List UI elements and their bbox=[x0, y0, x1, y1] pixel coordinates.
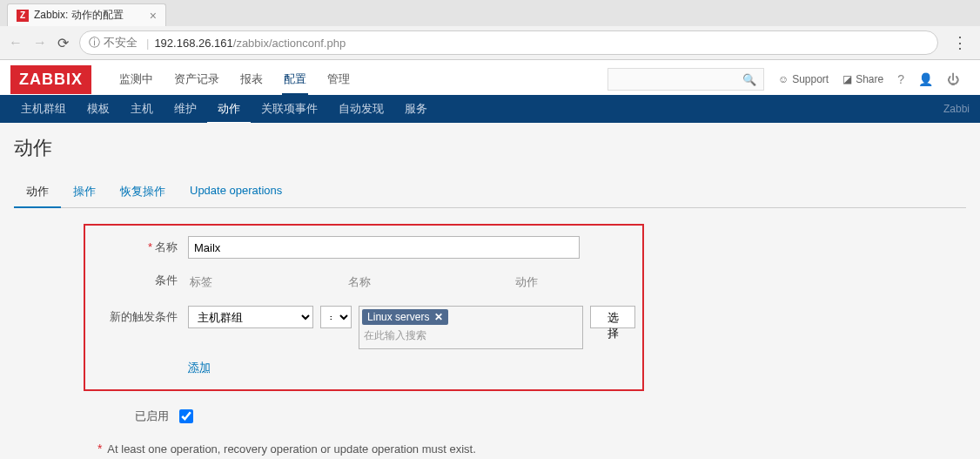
enabled-checkbox[interactable] bbox=[179, 409, 193, 423]
app-header: ZABBIX 监测中 资产记录 报表 配置 管理 🔍 ☺ Support ◪ S… bbox=[0, 60, 980, 95]
subnav-services[interactable]: 服务 bbox=[394, 94, 438, 124]
cond-col-name: 名称 bbox=[348, 271, 513, 294]
share-link[interactable]: ◪ Share bbox=[842, 73, 883, 85]
search-icon: 🔍 bbox=[742, 73, 756, 86]
subnav-hostgroups[interactable]: 主机群组 bbox=[10, 94, 77, 124]
subnav-actions[interactable]: 动作 bbox=[207, 94, 251, 124]
subnav-maintenance[interactable]: 维护 bbox=[164, 94, 207, 124]
condition-type-select[interactable]: 主机群组 bbox=[188, 306, 313, 328]
newtrigger-label: 新的触发条件 bbox=[92, 306, 188, 325]
validation-note: * At least one operation, recovery opera… bbox=[97, 442, 966, 456]
subnav-templates[interactable]: 模板 bbox=[77, 94, 120, 124]
page-title: 动作 bbox=[14, 135, 966, 161]
subnav-correlation[interactable]: 关联项事件 bbox=[251, 94, 328, 124]
hostgroup-multiselect[interactable]: Linux servers ✕ 在此输入搜索 bbox=[359, 306, 583, 349]
menu-monitoring[interactable]: 监测中 bbox=[109, 63, 164, 96]
form-below: 已启用 * At least one operation, recovery o… bbox=[84, 403, 966, 459]
config-tabs: 动作 操作 恢复操作 Update operations bbox=[14, 177, 966, 208]
zabbix-favicon: Z bbox=[17, 10, 29, 22]
tag-remove-icon[interactable]: ✕ bbox=[434, 311, 443, 323]
reload-icon[interactable]: ⟳ bbox=[57, 35, 69, 51]
forward-icon[interactable]: → bbox=[33, 35, 47, 51]
top-menu: 监测中 资产记录 报表 配置 管理 bbox=[109, 63, 607, 96]
highlighted-form: *名称 条件 标签 名称 动作 新的触发条件 bbox=[84, 224, 644, 391]
tag-chip: Linux servers ✕ bbox=[362, 309, 448, 325]
browser-chrome: Z Zabbix: 动作的配置 × ← → ⟳ 不安全 | 192.168.26… bbox=[0, 0, 980, 60]
subnav-discovery[interactable]: 自动发现 bbox=[328, 94, 394, 124]
subnav-right-text: Zabbi bbox=[943, 103, 970, 115]
close-icon[interactable]: × bbox=[150, 9, 157, 23]
menu-configuration[interactable]: 配置 bbox=[273, 63, 317, 96]
back-icon[interactable]: ← bbox=[9, 35, 23, 51]
select-button[interactable]: 选择 bbox=[590, 306, 635, 328]
address-bar: ← → ⟳ 不安全 | 192.168.26.161/zabbix/action… bbox=[0, 26, 980, 59]
header-right: 🔍 ☺ Support ◪ Share ? 👤 ⏻ bbox=[607, 68, 970, 91]
zabbix-logo[interactable]: ZABBIX bbox=[10, 65, 91, 94]
menu-reports[interactable]: 报表 bbox=[230, 63, 273, 96]
condition-op-select[interactable]: = bbox=[320, 306, 352, 328]
power-icon[interactable]: ⏻ bbox=[947, 72, 959, 86]
subnav-hosts[interactable]: 主机 bbox=[120, 94, 164, 124]
page-content: 动作 动作 操作 恢复操作 Update operations *名称 条件 标… bbox=[0, 123, 980, 459]
search-input[interactable]: 🔍 bbox=[607, 68, 764, 91]
browser-tab[interactable]: Z Zabbix: 动作的配置 × bbox=[7, 3, 166, 26]
menu-icon[interactable]: ⋮ bbox=[949, 33, 971, 52]
tab-action[interactable]: 动作 bbox=[14, 177, 61, 208]
url-box[interactable]: 不安全 | 192.168.26.161/zabbix/actionconf.p… bbox=[79, 30, 938, 55]
name-label: *名称 bbox=[92, 236, 188, 255]
tab-operations[interactable]: 操作 bbox=[61, 177, 108, 207]
url-path: /zabbix/actionconf.php bbox=[233, 37, 346, 50]
help-icon[interactable]: ? bbox=[897, 72, 904, 86]
url-host: 192.168.26.161 bbox=[154, 37, 232, 50]
multiselect-placeholder: 在此输入搜索 bbox=[362, 325, 580, 345]
user-icon[interactable]: 👤 bbox=[918, 72, 933, 86]
tab-title: Zabbix: 动作的配置 bbox=[34, 8, 124, 23]
menu-administration[interactable]: 管理 bbox=[317, 63, 360, 96]
sub-nav: 主机群组 模板 主机 维护 动作 关联项事件 自动发现 服务 Zabbi bbox=[0, 95, 980, 123]
add-condition-link[interactable]: 添加 bbox=[188, 361, 211, 374]
menu-inventory[interactable]: 资产记录 bbox=[164, 63, 230, 96]
conditions-table: 标签 名称 动作 bbox=[188, 269, 641, 295]
tab-recovery[interactable]: 恢复操作 bbox=[108, 177, 178, 207]
enabled-label: 已启用 bbox=[84, 408, 179, 424]
support-link[interactable]: ☺ Support bbox=[778, 73, 829, 85]
name-input[interactable] bbox=[188, 236, 580, 259]
tab-update-ops[interactable]: Update operations bbox=[178, 177, 294, 207]
cond-col-tag: 标签 bbox=[190, 271, 346, 294]
insecure-label: 不安全 bbox=[89, 35, 138, 51]
tab-bar: Z Zabbix: 动作的配置 × bbox=[0, 0, 980, 26]
cond-col-action: 动作 bbox=[515, 271, 639, 294]
conditions-label: 条件 bbox=[92, 269, 188, 288]
